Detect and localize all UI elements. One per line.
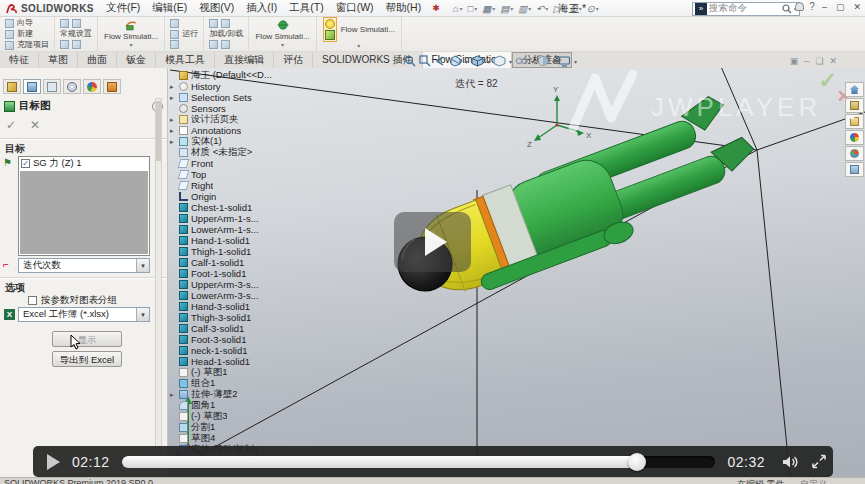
- property-manager-tab[interactable]: [23, 79, 41, 94]
- menu-item[interactable]: 插入(I): [240, 0, 283, 16]
- dropdown-arrow-icon[interactable]: ▾: [531, 58, 534, 65]
- expand-arrow-icon[interactable]: ▸: [170, 138, 179, 146]
- video-progress-knob[interactable]: [628, 453, 646, 471]
- panel-scrollbar[interactable]: [155, 98, 162, 467]
- goal-checkbox[interactable]: ✓: [21, 159, 30, 168]
- zoom-area-icon[interactable]: [419, 55, 431, 67]
- video-play-overlay[interactable]: [394, 212, 471, 272]
- minimize-button[interactable]: –: [820, 2, 829, 12]
- clone-project-button[interactable]: 克隆项目: [5, 40, 49, 50]
- tools-icon[interactable]: [221, 19, 230, 28]
- expand-arrow-icon[interactable]: ▸: [170, 94, 179, 102]
- dropdown-arrow-icon[interactable]: ▾: [509, 58, 512, 65]
- lighting-toggle[interactable]: [323, 17, 337, 42]
- menu-item[interactable]: 文件(F): [100, 0, 146, 16]
- task-pane-button[interactable]: [845, 82, 864, 97]
- task-pane-button[interactable]: [845, 114, 864, 129]
- doc-minimize-button[interactable]: –: [804, 56, 809, 66]
- tree-item[interactable]: ▸ LowerArm-1-s...: [170, 224, 340, 235]
- dropdown-arrow-icon[interactable]: ▾: [465, 58, 468, 65]
- pin-icon[interactable]: ✱: [427, 3, 445, 13]
- cancel-button[interactable]: ✕: [30, 118, 40, 132]
- tree-item[interactable]: ▸ Origin: [170, 191, 340, 202]
- quick-access-icon[interactable]: ▦▾: [480, 3, 497, 14]
- quick-access-icon[interactable]: ▤▾: [498, 3, 515, 14]
- tree-item[interactable]: ▸ Calf-1-solid1: [170, 257, 340, 268]
- confirm-ok-icon[interactable]: ✓: [819, 68, 837, 94]
- flow-simulation-dropdown-1[interactable]: Flow Simulati... ▾: [98, 17, 165, 51]
- volume-icon[interactable]: [781, 454, 799, 470]
- dropdown-arrow-icon[interactable]: ▼: [136, 259, 149, 272]
- tree-item[interactable]: ▸ neck-1-solid1: [170, 345, 340, 356]
- menu-item[interactable]: 编辑(E): [146, 0, 193, 16]
- status-custom[interactable]: 自定义: [800, 478, 827, 484]
- previous-view-icon[interactable]: [434, 55, 446, 67]
- video-play-button[interactable]: [47, 454, 60, 470]
- goal-list[interactable]: ✓ SG 力 (Z) 1: [18, 156, 150, 256]
- command-tab[interactable]: 曲面: [78, 52, 117, 68]
- task-pane-button[interactable]: [845, 162, 864, 177]
- menu-item[interactable]: 视图(V): [193, 0, 240, 16]
- tree-item[interactable]: ▸ Top: [170, 169, 340, 180]
- doc-restore-button[interactable]: ❏: [815, 56, 823, 66]
- features-tab[interactable]: [3, 79, 21, 94]
- tree-item[interactable]: ▸ Hand-3-solid1: [170, 301, 340, 312]
- video-progress-track[interactable]: [122, 456, 716, 468]
- tree-item[interactable]: ▸ LowerArm-3-s...: [170, 290, 340, 301]
- settings-icon-1[interactable]: [60, 19, 69, 28]
- section-view-icon[interactable]: [449, 55, 462, 67]
- tree-item[interactable]: ▸ 材质 <未指定>: [170, 147, 340, 158]
- tree-item[interactable]: ▸ Front: [170, 158, 340, 169]
- tree-item[interactable]: ▸ 海王 (Default<<D...: [170, 70, 340, 81]
- tree-item[interactable]: ▸ Selection Sets: [170, 92, 340, 103]
- mesh-icon[interactable]: [209, 40, 218, 49]
- view-orientation-icon[interactable]: [471, 55, 484, 67]
- search-icon[interactable]: [782, 4, 792, 14]
- group-by-parameter-row[interactable]: 按参数对图表分组: [28, 294, 117, 307]
- tree-item[interactable]: ▸ Thigh-3-solid1: [170, 312, 340, 323]
- load-unload-button[interactable]: 加载/卸载: [209, 29, 243, 39]
- export-to-excel-button[interactable]: 导出到 Excel: [52, 351, 122, 367]
- settings-icon-4[interactable]: [72, 40, 81, 49]
- flow-simulation-display-group[interactable]: Flow Simulati... ▾: [317, 17, 402, 51]
- simulation-tab[interactable]: [103, 79, 121, 94]
- view-settings-icon[interactable]: [558, 55, 571, 67]
- general-settings-button[interactable]: 常规设置: [60, 29, 92, 39]
- zoom-fit-icon[interactable]: [404, 55, 416, 67]
- expand-arrow-icon[interactable]: ▸: [170, 83, 179, 91]
- task-pane-button[interactable]: [845, 146, 864, 161]
- show-button[interactable]: 显示: [52, 331, 122, 347]
- quick-access-icon[interactable]: ⌂▾: [451, 3, 465, 14]
- hide-show-items-icon[interactable]: [515, 55, 528, 67]
- options-section-header[interactable]: 选项 ⌃: [5, 281, 162, 295]
- settings-icon-2[interactable]: [72, 19, 81, 28]
- task-pane-button[interactable]: [845, 98, 864, 113]
- command-tab[interactable]: 直接编辑: [215, 52, 274, 68]
- expand-arrow-icon[interactable]: ▸: [170, 391, 179, 399]
- goals-section-header[interactable]: 目标 ⌃: [5, 142, 162, 156]
- new-button[interactable]: 新建: [5, 29, 49, 39]
- help-button[interactable]: ?: [809, 1, 815, 12]
- menu-item[interactable]: 帮助(H): [380, 0, 428, 16]
- quick-access-icon[interactable]: ▥▾: [516, 3, 533, 14]
- menu-item[interactable]: 窗口(W): [330, 0, 380, 16]
- tree-item[interactable]: ▸ UpperArm-1-s...: [170, 213, 340, 224]
- expand-arrow-icon[interactable]: ▸: [170, 127, 179, 135]
- export-format-dropdown[interactable]: Excel 工作簿 (*.xlsx) ▼: [18, 307, 150, 322]
- quick-access-icon[interactable]: ⊙▾: [585, 3, 601, 14]
- flow-simulation-dropdown-2[interactable]: Flow Simulati... ▾: [249, 17, 316, 51]
- solve-icon[interactable]: [170, 19, 179, 28]
- batch-icon[interactable]: [170, 40, 179, 49]
- tree-item[interactable]: ▸ Right: [170, 180, 340, 191]
- search-input[interactable]: 搜索命令: [709, 2, 780, 15]
- wizard-button[interactable]: 向导: [5, 18, 49, 28]
- fullscreen-icon[interactable]: [811, 454, 827, 469]
- tree-item[interactable]: ▸ History: [170, 81, 340, 92]
- human-body-model[interactable]: [380, 88, 768, 319]
- menu-item[interactable]: 工具(T): [283, 0, 329, 16]
- dimxpert-tab[interactable]: [63, 79, 81, 94]
- command-search-box[interactable]: » 搜索命令 ▾: [692, 2, 800, 16]
- quick-access-icon[interactable]: □▾: [465, 3, 479, 14]
- tree-item[interactable]: ▸ Calf-3-solid1: [170, 323, 340, 334]
- close-button[interactable]: ✕: [851, 2, 863, 12]
